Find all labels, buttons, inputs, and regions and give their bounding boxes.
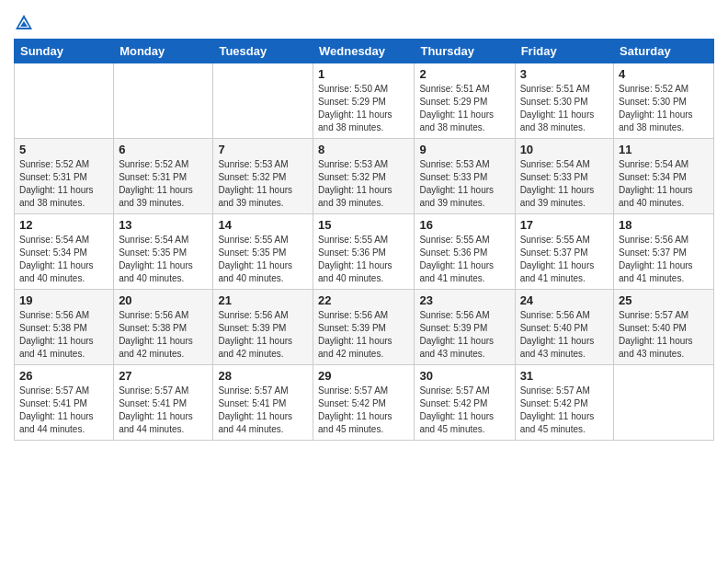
day-info: Sunrise: 5:54 AMSunset: 5:34 PMDaylight:…: [619, 158, 709, 210]
calendar-cell: 12Sunrise: 5:54 AMSunset: 5:34 PMDayligh…: [15, 214, 114, 290]
day-number: 29: [318, 369, 409, 383]
calendar-cell: 29Sunrise: 5:57 AMSunset: 5:42 PMDayligh…: [313, 365, 415, 441]
calendar-table: SundayMondayTuesdayWednesdayThursdayFrid…: [14, 39, 714, 441]
weekday-header-row: SundayMondayTuesdayWednesdayThursdayFrid…: [15, 40, 714, 63]
day-number: 19: [19, 293, 108, 307]
calendar-cell: 28Sunrise: 5:57 AMSunset: 5:41 PMDayligh…: [213, 365, 313, 441]
day-number: 13: [119, 218, 208, 232]
day-number: 7: [218, 143, 308, 156]
day-info: Sunrise: 5:57 AMSunset: 5:41 PMDaylight:…: [19, 385, 108, 436]
weekday-header-sunday: Sunday: [15, 40, 114, 63]
day-number: 17: [520, 218, 609, 232]
calendar-cell: 6Sunrise: 5:52 AMSunset: 5:31 PMDaylight…: [114, 139, 213, 214]
calendar-cell: 1Sunrise: 5:50 AMSunset: 5:29 PMDaylight…: [313, 63, 415, 139]
day-info: Sunrise: 5:55 AMSunset: 5:35 PMDaylight:…: [218, 234, 308, 285]
calendar-cell: 14Sunrise: 5:55 AMSunset: 5:35 PMDayligh…: [213, 214, 313, 290]
day-number: 30: [419, 369, 509, 383]
day-number: 28: [218, 369, 308, 383]
day-info: Sunrise: 5:52 AMSunset: 5:30 PMDaylight:…: [619, 83, 709, 134]
calendar-cell: 22Sunrise: 5:56 AMSunset: 5:39 PMDayligh…: [313, 290, 415, 365]
day-info: Sunrise: 5:51 AMSunset: 5:30 PMDaylight:…: [520, 83, 609, 134]
logo: [14, 13, 37, 33]
day-number: 23: [419, 293, 509, 307]
calendar-cell: 23Sunrise: 5:56 AMSunset: 5:39 PMDayligh…: [415, 290, 515, 365]
calendar-cell: 24Sunrise: 5:56 AMSunset: 5:40 PMDayligh…: [515, 290, 613, 365]
day-info: Sunrise: 5:54 AMSunset: 5:33 PMDaylight:…: [520, 158, 609, 210]
weekday-header-friday: Friday: [515, 40, 613, 63]
page-container: SundayMondayTuesdayWednesdayThursdayFrid…: [0, 0, 728, 454]
day-number: 12: [19, 218, 108, 232]
calendar-cell: 27Sunrise: 5:57 AMSunset: 5:41 PMDayligh…: [114, 365, 213, 441]
calendar-cell: 13Sunrise: 5:54 AMSunset: 5:35 PMDayligh…: [114, 214, 213, 290]
week-row-5: 26Sunrise: 5:57 AMSunset: 5:41 PMDayligh…: [15, 365, 714, 441]
calendar-cell: 5Sunrise: 5:52 AMSunset: 5:31 PMDaylight…: [15, 139, 114, 214]
calendar-cell: 25Sunrise: 5:57 AMSunset: 5:40 PMDayligh…: [614, 290, 714, 365]
day-info: Sunrise: 5:57 AMSunset: 5:42 PMDaylight:…: [318, 385, 409, 436]
calendar-cell: 21Sunrise: 5:56 AMSunset: 5:39 PMDayligh…: [213, 290, 313, 365]
calendar-cell: 15Sunrise: 5:55 AMSunset: 5:36 PMDayligh…: [313, 214, 415, 290]
day-info: Sunrise: 5:53 AMSunset: 5:33 PMDaylight:…: [419, 158, 509, 210]
day-number: 16: [419, 218, 509, 232]
day-info: Sunrise: 5:56 AMSunset: 5:40 PMDaylight:…: [520, 309, 609, 361]
day-info: Sunrise: 5:55 AMSunset: 5:36 PMDaylight:…: [318, 234, 409, 285]
day-number: 24: [520, 293, 609, 307]
day-info: Sunrise: 5:51 AMSunset: 5:29 PMDaylight:…: [419, 83, 509, 134]
day-info: Sunrise: 5:55 AMSunset: 5:36 PMDaylight:…: [419, 234, 509, 285]
day-number: 21: [218, 293, 308, 307]
calendar-cell: [15, 63, 114, 139]
day-number: 18: [619, 218, 709, 232]
calendar-cell: 20Sunrise: 5:56 AMSunset: 5:38 PMDayligh…: [114, 290, 213, 365]
day-number: 2: [419, 67, 509, 81]
day-info: Sunrise: 5:54 AMSunset: 5:35 PMDaylight:…: [119, 234, 208, 285]
calendar-cell: 31Sunrise: 5:57 AMSunset: 5:42 PMDayligh…: [515, 365, 613, 441]
calendar-cell: 16Sunrise: 5:55 AMSunset: 5:36 PMDayligh…: [415, 214, 515, 290]
day-info: Sunrise: 5:57 AMSunset: 5:42 PMDaylight:…: [520, 385, 609, 436]
calendar-cell: [213, 63, 313, 139]
header: [14, 9, 714, 33]
day-number: 8: [318, 143, 409, 156]
calendar-cell: 17Sunrise: 5:55 AMSunset: 5:37 PMDayligh…: [515, 214, 613, 290]
day-info: Sunrise: 5:56 AMSunset: 5:39 PMDaylight:…: [419, 309, 509, 361]
day-info: Sunrise: 5:56 AMSunset: 5:38 PMDaylight:…: [119, 309, 208, 361]
day-info: Sunrise: 5:57 AMSunset: 5:41 PMDaylight:…: [119, 385, 208, 436]
day-number: 4: [619, 67, 709, 81]
week-row-4: 19Sunrise: 5:56 AMSunset: 5:38 PMDayligh…: [15, 290, 714, 365]
weekday-header-monday: Monday: [114, 40, 213, 63]
day-info: Sunrise: 5:56 AMSunset: 5:37 PMDaylight:…: [619, 234, 709, 285]
week-row-2: 5Sunrise: 5:52 AMSunset: 5:31 PMDaylight…: [15, 139, 714, 214]
day-number: 27: [119, 369, 208, 383]
day-number: 1: [318, 67, 409, 81]
day-info: Sunrise: 5:52 AMSunset: 5:31 PMDaylight:…: [119, 158, 208, 210]
day-info: Sunrise: 5:53 AMSunset: 5:32 PMDaylight:…: [218, 158, 308, 210]
week-row-3: 12Sunrise: 5:54 AMSunset: 5:34 PMDayligh…: [15, 214, 714, 290]
day-number: 20: [119, 293, 208, 307]
calendar-cell: 9Sunrise: 5:53 AMSunset: 5:33 PMDaylight…: [415, 139, 515, 214]
calendar-cell: [114, 63, 213, 139]
day-info: Sunrise: 5:55 AMSunset: 5:37 PMDaylight:…: [520, 234, 609, 285]
day-info: Sunrise: 5:56 AMSunset: 5:39 PMDaylight:…: [218, 309, 308, 361]
calendar-cell: 8Sunrise: 5:53 AMSunset: 5:32 PMDaylight…: [313, 139, 415, 214]
day-number: 9: [419, 143, 509, 156]
calendar-cell: 19Sunrise: 5:56 AMSunset: 5:38 PMDayligh…: [15, 290, 114, 365]
day-info: Sunrise: 5:57 AMSunset: 5:42 PMDaylight:…: [419, 385, 509, 436]
calendar-cell: 4Sunrise: 5:52 AMSunset: 5:30 PMDaylight…: [614, 63, 714, 139]
week-row-1: 1Sunrise: 5:50 AMSunset: 5:29 PMDaylight…: [15, 63, 714, 139]
calendar-cell: 26Sunrise: 5:57 AMSunset: 5:41 PMDayligh…: [15, 365, 114, 441]
day-number: 26: [19, 369, 108, 383]
day-number: 31: [520, 369, 609, 383]
calendar-cell: 30Sunrise: 5:57 AMSunset: 5:42 PMDayligh…: [415, 365, 515, 441]
calendar-cell: [614, 365, 714, 441]
calendar-cell: 3Sunrise: 5:51 AMSunset: 5:30 PMDaylight…: [515, 63, 613, 139]
day-number: 25: [619, 293, 709, 307]
day-number: 6: [119, 143, 208, 156]
day-number: 5: [19, 143, 108, 156]
day-info: Sunrise: 5:57 AMSunset: 5:41 PMDaylight:…: [218, 385, 308, 436]
day-info: Sunrise: 5:53 AMSunset: 5:32 PMDaylight:…: [318, 158, 409, 210]
day-number: 14: [218, 218, 308, 232]
day-info: Sunrise: 5:54 AMSunset: 5:34 PMDaylight:…: [19, 234, 108, 285]
day-info: Sunrise: 5:52 AMSunset: 5:31 PMDaylight:…: [19, 158, 108, 210]
day-info: Sunrise: 5:57 AMSunset: 5:40 PMDaylight:…: [619, 309, 709, 361]
day-number: 11: [619, 143, 709, 156]
calendar-cell: 10Sunrise: 5:54 AMSunset: 5:33 PMDayligh…: [515, 139, 613, 214]
weekday-header-tuesday: Tuesday: [213, 40, 313, 63]
